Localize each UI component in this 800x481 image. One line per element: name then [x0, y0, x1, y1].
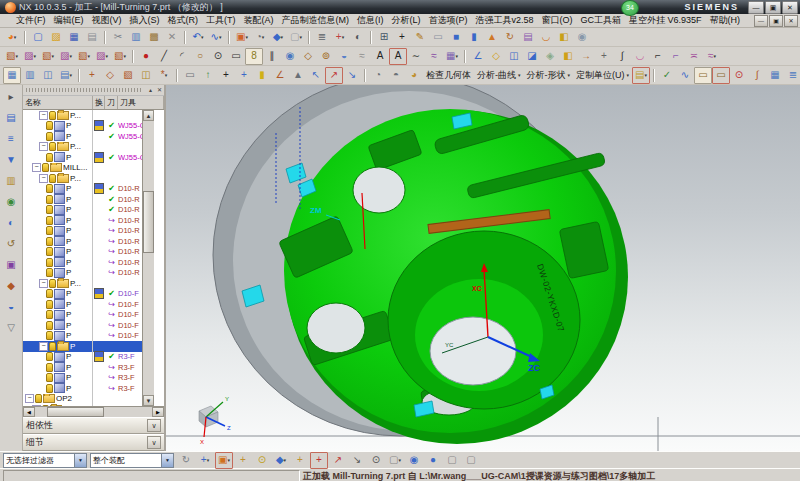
sketch-task-icon[interactable]: ✎ [411, 29, 429, 46]
arc-icon[interactable]: ◜ [173, 48, 191, 65]
selection-filter-combo[interactable]: 无选择过滤器 ▼ [3, 453, 87, 468]
machining-wizards-icon[interactable]: ◆ [3, 279, 19, 292]
roles-palette-icon[interactable]: ◒ [3, 300, 19, 313]
details-section[interactable]: 细节 ∨ [23, 434, 164, 451]
menu-item[interactable]: 信息(I) [353, 14, 388, 27]
snap-midpoint-icon[interactable]: ⊙ [253, 452, 271, 469]
tube-icon[interactable]: + [595, 48, 613, 65]
new-file-icon[interactable]: ▢ [29, 29, 47, 46]
tree-operation-row[interactable]: P↪D10-R [23, 247, 142, 258]
point-tool-icon[interactable]: + [393, 29, 411, 46]
tree-operation-row[interactable]: P↪R3-F [23, 362, 142, 373]
sew-surface-icon[interactable]: ◈ [541, 48, 559, 65]
tree-operation-row[interactable]: P↪D10-R [23, 268, 142, 279]
dropdown-arrow-icon[interactable]: ▾ [14, 34, 17, 40]
undo-icon[interactable]: ↶▾ [189, 29, 207, 46]
assembly-navigator-icon[interactable]: ▤ [3, 111, 19, 124]
scroll-left-icon[interactable]: ◀ [23, 407, 35, 417]
ellipse-icon[interactable]: ⊚ [317, 48, 335, 65]
tree-operation-row[interactable]: P↪D10-R [23, 236, 142, 247]
curve-length-icon[interactable]: ∫ [613, 48, 631, 65]
scroll-right-icon[interactable]: ▶ [152, 407, 164, 417]
history-palette-icon[interactable]: ↺ [3, 237, 19, 250]
plunge-milling-icon[interactable]: ▨▾ [21, 48, 39, 65]
panel-drag-grip[interactable] [26, 88, 143, 92]
intersect-curve-icon[interactable]: ≍ [685, 48, 703, 65]
expander-icon[interactable]: − [39, 111, 48, 120]
sketch-point-icon[interactable]: ● [137, 48, 155, 65]
scrollbar-thumb[interactable] [143, 191, 154, 253]
circle-center-radius-icon[interactable]: ⊙ [209, 48, 227, 65]
column-header-toolchange[interactable]: 换 [93, 96, 105, 109]
menu-item[interactable]: 窗口(O) [538, 14, 577, 27]
contour-milling-icon[interactable]: ▧▾ [75, 48, 93, 65]
revolve-icon[interactable]: ↻ [501, 29, 519, 46]
datum-csys-icon[interactable]: ∠ [469, 48, 487, 65]
system-scenes-icon[interactable]: ▽ [3, 321, 19, 334]
circle-icon[interactable]: ○ [191, 48, 209, 65]
save-file-icon[interactable]: ▦ [65, 29, 83, 46]
menu-item[interactable]: 工具(T) [202, 14, 240, 27]
studio-spline-icon[interactable]: ≈ [425, 48, 443, 65]
layout-grid-icon[interactable]: ⊞ [375, 29, 393, 46]
move-object-icon[interactable]: +▾ [331, 29, 349, 46]
column-header-name[interactable]: 名称 [23, 96, 93, 109]
highlight-selection-icon[interactable]: ▣▾ [215, 452, 233, 469]
mdi-restore-button[interactable]: ▣ [769, 15, 783, 27]
dependencies-section[interactable]: 相依性 ∨ [23, 417, 164, 434]
offset-curve-icon[interactable]: ∥ [263, 48, 281, 65]
menu-item[interactable]: 装配(A) [240, 14, 278, 27]
dropdown-arrow-icon[interactable]: ▾ [518, 72, 521, 78]
dropdown-arrow-icon[interactable]: ▾ [15, 53, 18, 59]
show-only-icon[interactable]: ↑ [199, 67, 217, 84]
web-browser-icon[interactable]: ◐ [3, 216, 19, 229]
fit-view-icon[interactable]: ▣▾ [233, 29, 251, 46]
unite-boolean-icon[interactable]: ◧ [555, 29, 573, 46]
thicken-icon[interactable]: ◧ [559, 48, 577, 65]
chevron-down-icon[interactable]: ∨ [147, 436, 161, 449]
new-window-icon[interactable]: ▤▾ [57, 67, 75, 84]
copy-icon[interactable]: ▥ [127, 29, 145, 46]
panel-pin-icon[interactable]: ▴ [146, 86, 155, 94]
column-header-tool[interactable]: 刀具 [118, 96, 164, 109]
information-window-icon[interactable]: ▤▾ [632, 67, 650, 84]
examine-geometry-button[interactable]: 检查几何体 [423, 68, 474, 83]
wave-geometry-linker-icon[interactable]: *▾ [155, 67, 173, 84]
dropdown-arrow-icon[interactable]: ▾ [105, 53, 108, 59]
tree-operation-row[interactable]: P✔R3-F [23, 352, 142, 363]
cavity-mill-icon[interactable]: ▧▾ [3, 48, 21, 65]
spline-icon[interactable]: ∼ [407, 48, 425, 65]
dropdown-arrow-icon[interactable]: ▾ [568, 72, 571, 78]
assembly-constraints-icon[interactable]: ◇ [101, 67, 119, 84]
studio-surface-icon[interactable]: ◉ [281, 48, 299, 65]
mdi-close-button[interactable]: ✕ [784, 15, 798, 27]
move-component-icon[interactable]: + [83, 67, 101, 84]
menu-item[interactable]: 产品制造信息(M) [278, 14, 354, 27]
wireframe-view-icon[interactable]: ▢▾ [287, 29, 305, 46]
dropdown-arrow-icon[interactable]: ▾ [69, 53, 72, 59]
csys-constructor-icon[interactable]: ∠ [271, 67, 289, 84]
tile-windows-icon[interactable]: ▥ [21, 67, 39, 84]
light-bulb-icon[interactable]: ▮ [253, 67, 271, 84]
simulate-machine-icon[interactable]: ⊙ [730, 67, 748, 84]
tree-operation-row[interactable]: P↪D10-F [23, 299, 142, 310]
snap-existing-point-icon[interactable]: ↘ [348, 452, 366, 469]
dropdown-arrow-icon[interactable]: ▾ [645, 72, 648, 78]
sphere-feature-icon[interactable]: ◒ [335, 48, 353, 65]
snap-menu-icon[interactable]: ◆▾ [272, 452, 290, 469]
bridge-curve-icon[interactable]: ⌐ [649, 48, 667, 65]
menu-item[interactable]: 帮助(H) [706, 14, 745, 27]
analysis-shape-button[interactable]: 分析-形状▾ [524, 68, 574, 83]
dropdown-arrow-icon[interactable]: ▾ [713, 53, 716, 59]
dropdown-arrow-icon[interactable]: ▾ [51, 53, 54, 59]
dropdown-arrow-icon[interactable]: ▾ [262, 34, 265, 40]
enable-snap-icon[interactable]: ◉ [405, 452, 423, 469]
snap-center-icon[interactable]: + [310, 452, 328, 469]
minimize-button[interactable]: — [748, 1, 764, 14]
resource-options-icon[interactable]: ▸ [3, 90, 19, 103]
dropdown-arrow-icon[interactable]: ▾ [201, 34, 204, 40]
tree-operation-row[interactable]: P↪D10-F [23, 310, 142, 321]
face-blend-icon[interactable]: ◡ [631, 48, 649, 65]
tree-group-row[interactable]: −P [23, 341, 142, 352]
snap-sphere-icon[interactable]: ● [424, 452, 442, 469]
